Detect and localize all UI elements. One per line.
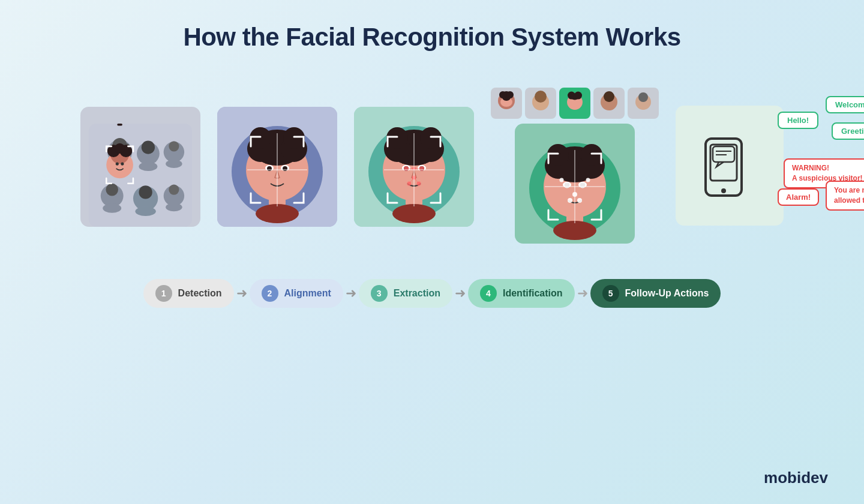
svg-point-13	[103, 203, 121, 212]
identification-illustration	[515, 124, 635, 244]
step4-container	[491, 88, 659, 246]
svg-point-85	[638, 92, 648, 102]
svg-point-36	[283, 127, 305, 149]
svg-point-51	[386, 127, 408, 149]
svg-point-42	[283, 166, 287, 171]
svg-point-8	[142, 140, 155, 154]
step-pill-5: 5 Follow-Up Actions	[590, 279, 721, 308]
svg-point-14	[106, 184, 118, 196]
logo-mobi: mobi	[764, 469, 801, 487]
notification-bubbles: Hello! Welcome! Greetings!! WARNING!A su…	[772, 88, 864, 268]
id-thumbnails	[491, 88, 659, 119]
svg-point-40	[267, 166, 272, 171]
svg-point-100	[565, 183, 570, 188]
svg-point-92	[547, 144, 569, 166]
step-num-4: 4	[480, 285, 497, 302]
mobidev-logo: mobidev	[764, 469, 828, 487]
svg-point-83	[604, 91, 614, 102]
thumb-2	[525, 88, 556, 119]
svg-point-10	[166, 160, 182, 168]
svg-point-81	[571, 93, 580, 100]
svg-point-16	[135, 206, 155, 215]
step-num-2: 2	[262, 285, 278, 302]
thumb-4	[593, 88, 625, 119]
svg-point-27	[121, 163, 124, 166]
step-flow: 1 Detection ➜ 2 Alignment ➜ 3 Extraction…	[0, 279, 864, 308]
step1-detection-image	[80, 107, 200, 227]
step-label-1: Detection	[178, 288, 222, 299]
followup-illustration	[676, 106, 784, 226]
step-num-5: 5	[602, 285, 619, 302]
svg-point-95	[553, 221, 596, 240]
svg-point-101	[580, 183, 586, 188]
svg-point-77	[535, 91, 547, 103]
svg-point-20	[169, 184, 179, 194]
step-label-2: Alignment	[284, 288, 331, 299]
step-num-3: 3	[371, 285, 388, 302]
svg-point-52	[420, 127, 442, 149]
detection-illustration	[89, 115, 192, 235]
thumb-5	[628, 88, 659, 119]
step-pill-2: 2 Alignment	[250, 279, 343, 308]
arrow-1: ➜	[236, 286, 247, 301]
svg-point-35	[250, 127, 271, 149]
svg-point-105	[560, 178, 564, 182]
svg-point-75	[506, 91, 514, 98]
bubble-welcome: Welcome!	[826, 96, 864, 113]
bubble-hello: Hello!	[778, 112, 818, 129]
bubble-greetings: Greetings!!	[832, 122, 864, 140]
svg-point-17	[139, 185, 152, 199]
step-label-3: Extraction	[394, 288, 440, 299]
svg-point-106	[586, 178, 590, 182]
step-label-5: Follow-Up Actions	[625, 288, 709, 299]
svg-point-26	[116, 163, 119, 166]
step-pill-1: 1 Detection	[143, 279, 234, 308]
svg-point-19	[166, 203, 182, 211]
bubble-alarm: Alarm!	[778, 188, 819, 206]
svg-point-112	[721, 188, 726, 193]
svg-rect-109	[676, 106, 784, 226]
step-pill-3: 3 Extraction	[359, 279, 452, 308]
svg-point-103	[568, 198, 572, 203]
svg-point-7	[139, 162, 157, 171]
step-num-1: 1	[155, 285, 172, 302]
alignment-illustration	[217, 107, 337, 227]
thumb-3-active	[559, 88, 590, 119]
svg-point-74	[499, 91, 506, 98]
svg-point-25	[115, 143, 125, 154]
thumb-1	[491, 88, 522, 119]
step3-extraction-image	[354, 107, 474, 227]
svg-rect-28	[117, 124, 122, 125]
svg-point-93	[581, 144, 602, 166]
svg-point-104	[577, 198, 582, 203]
page-title: How the Facial Recognition System Works	[0, 0, 864, 52]
main-content: Hello! Welcome! Greetings!! WARNING!A su…	[0, 88, 864, 246]
arrow-3: ➜	[455, 286, 466, 301]
step-label-4: Identification	[503, 288, 563, 299]
svg-point-54	[392, 204, 436, 223]
step-pill-4: 4 Identification	[468, 279, 575, 308]
svg-point-11	[169, 141, 179, 151]
bubble-not-allowed: You are notallowed to pass!	[826, 181, 864, 211]
arrow-2: ➜	[346, 286, 356, 301]
step2-alignment-image	[217, 107, 337, 227]
extraction-illustration	[354, 107, 474, 227]
step5-followup-image	[676, 106, 784, 228]
step5-container: Hello! Welcome! Greetings!! WARNING!A su…	[676, 106, 784, 228]
arrow-4: ➜	[577, 286, 588, 301]
svg-point-38	[256, 204, 299, 223]
step4-identification-image	[515, 124, 635, 246]
logo-dev: dev	[801, 469, 828, 487]
